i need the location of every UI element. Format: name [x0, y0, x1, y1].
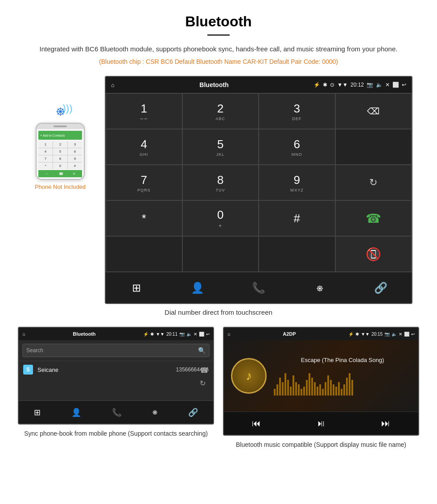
pb-close-icon[interactable]: ✕: [194, 332, 197, 337]
page-container: Bluetooth Integrated with BC6 Bluetooth …: [0, 0, 437, 468]
time-display: 20:12: [350, 82, 364, 88]
phone-keypad: 1 2 3 4 5 6 7 8 9 * 0 #: [38, 141, 82, 169]
music-back-icon[interactable]: ↩: [411, 332, 415, 337]
pb-back-icon[interactable]: ↩: [206, 332, 210, 337]
music-bars: [274, 369, 411, 396]
dial-call-red[interactable]: 📵: [335, 236, 412, 272]
music-close-icon[interactable]: ✕: [399, 332, 402, 337]
dial-key-1[interactable]: 1 ∾∾: [106, 93, 182, 129]
pb-camera-icon: 📷: [179, 332, 185, 337]
music-viz: Escape (The Pina Colada Song): [274, 357, 411, 396]
home-icon[interactable]: ⌂: [111, 82, 115, 88]
dial-key-3[interactable]: 3 DEF: [259, 93, 335, 129]
phone-top-bar: [37, 124, 84, 129]
dial-refresh[interactable]: ↻: [335, 165, 412, 200]
music-item: ⌂ A2DP ⚡ ✱ ▼▼ 20:15 📷 🔈 ✕ ⬜ ↩: [223, 327, 419, 450]
phone-key-3: 3: [68, 141, 82, 148]
bottom-row: ⌂ Bluetooth ⚡ ✱ ▼▼ 20:11 📷 🔈 ✕ ⬜ ↩: [18, 327, 419, 450]
pb-status-center: Bluetooth: [73, 331, 95, 337]
dial-key-hash[interactable]: #: [259, 200, 335, 236]
car-btn-grid[interactable]: ⊞: [125, 277, 148, 299]
phone-side: ⎈ ))) + Add to Contacts 1 2 3 4 5: [25, 76, 96, 190]
car-btn-contacts[interactable]: 👤: [186, 277, 209, 299]
skip-back-button[interactable]: ⏮: [252, 418, 261, 429]
music-bt-icon: ✱: [355, 332, 359, 337]
car-btn-bluetooth[interactable]: ⎈: [309, 277, 331, 299]
pb-right-refresh-icon[interactable]: ↻: [200, 379, 209, 387]
bt-status-icon: ✱: [323, 82, 327, 88]
pb-signal-icon: ▼▼: [156, 332, 165, 337]
car-btn-phone[interactable]: 📞: [247, 277, 270, 299]
music-time: 20:15: [371, 332, 383, 337]
phone-key-2: 2: [53, 141, 67, 148]
phone-key-hash: #: [68, 162, 82, 169]
main-screenshot-row: ⎈ ))) + Add to Contacts 1 2 3 4 5: [18, 76, 419, 304]
skip-forward-button[interactable]: ⏭: [381, 418, 390, 429]
dial-key-4[interactable]: 4 GHI: [106, 129, 182, 165]
phone-key-4: 4: [38, 148, 53, 155]
camera-icon: 📷: [367, 82, 373, 88]
dial-backspace[interactable]: ⌫: [335, 93, 412, 129]
dial-key-6[interactable]: 6 MNO: [259, 129, 335, 165]
pb-volume-icon: 🔈: [186, 332, 192, 337]
usb-icon: ⚡: [313, 82, 320, 88]
play-pause-button[interactable]: ⏯: [317, 418, 326, 429]
pb-contact-name: Seicane: [37, 367, 176, 373]
pb-right-icons: ☎ ↻: [200, 366, 209, 387]
pb-search-icon[interactable]: 🔍: [198, 347, 206, 354]
pb-grid-icon[interactable]: ⊞: [34, 408, 41, 417]
pb-phone-icon[interactable]: 📞: [112, 408, 122, 417]
status-center-label: Bluetooth: [199, 81, 228, 88]
back-icon[interactable]: ↩: [402, 82, 406, 88]
music-window-icon[interactable]: ⬜: [404, 332, 409, 337]
pb-time: 20:11: [166, 332, 177, 337]
music-status-center: A2DP: [283, 331, 296, 337]
pb-bt-icon: ✱: [150, 332, 154, 337]
phone-not-included-label: Phone Not Included: [35, 183, 86, 190]
location-icon: ⊙: [330, 82, 334, 88]
pb-content: Search 🔍 S Seicane 13566664466 ☎ ↻: [19, 344, 213, 400]
dial-key-7[interactable]: 7 PQRS: [106, 165, 182, 200]
dial-key-8[interactable]: 8 TUV: [182, 165, 259, 200]
pb-right-phone-icon[interactable]: ☎: [200, 366, 209, 375]
status-right: ⚡ ✱ ⊙ ▼▼ 20:12 📷 🔈 ✕ ⬜ ↩: [313, 82, 406, 88]
pb-status-left: ⌂: [22, 331, 25, 337]
bluetooth-icon-area: ⎈ ))): [56, 103, 65, 119]
status-left: ⌂: [111, 82, 115, 88]
pb-window-icon[interactable]: ⬜: [199, 332, 204, 337]
music-status-left: ⌂: [227, 331, 231, 337]
music-song-title: Escape (The Pina Colada Song): [274, 357, 411, 363]
pb-link-icon[interactable]: 🔗: [188, 408, 198, 417]
dial-empty-4: [259, 236, 335, 272]
car-screen-dialpad: ⌂ Bluetooth ⚡ ✱ ⊙ ▼▼ 20:12 📷 🔈 ✕ ⬜ ↩: [105, 76, 412, 304]
music-camera-icon: 📷: [384, 332, 390, 337]
dial-key-2[interactable]: 2 ABC: [182, 93, 259, 129]
dial-key-star[interactable]: *: [106, 200, 182, 236]
phonebook-screen: ⌂ Bluetooth ⚡ ✱ ▼▼ 20:11 📷 🔈 ✕ ⬜ ↩: [18, 327, 214, 425]
phone-key-1: 1: [38, 141, 53, 148]
music-home-icon[interactable]: ⌂: [227, 331, 231, 337]
dial-key-5[interactable]: 5 JKL: [182, 129, 259, 165]
bluetooth-specs: (Bluetooth chip : CSR BC6 Default Blueto…: [18, 58, 419, 65]
music-caption: Bluetooth music compatible (Support disp…: [236, 440, 406, 450]
close-icon[interactable]: ✕: [385, 82, 390, 88]
music-status-bar: ⌂ A2DP ⚡ ✱ ▼▼ 20:15 📷 🔈 ✕ ⬜ ↩: [224, 328, 418, 340]
music-album-art: ♪: [231, 358, 267, 394]
music-controls: ⏮ ⏯ ⏭: [224, 412, 418, 435]
phone-key-0: 0: [53, 162, 67, 169]
pb-person-icon[interactable]: 👤: [71, 408, 81, 417]
music-screen: ⌂ A2DP ⚡ ✱ ▼▼ 20:15 📷 🔈 ✕ ⬜ ↩: [223, 327, 419, 436]
pb-home-icon[interactable]: ⌂: [22, 331, 25, 337]
phone-call-icon: ☎: [59, 172, 63, 176]
window-icon[interactable]: ⬜: [392, 82, 399, 88]
car-btn-link[interactable]: 🔗: [370, 277, 392, 299]
pb-contact-letter: S: [23, 365, 33, 375]
pb-bluetooth-icon[interactable]: ⎈: [153, 408, 157, 417]
dial-key-0[interactable]: 0 +: [182, 200, 259, 236]
pb-search-bar[interactable]: Search 🔍: [22, 344, 210, 357]
pb-contact-row[interactable]: S Seicane 13566664466: [19, 361, 213, 378]
car-status-bar: ⌂ Bluetooth ⚡ ✱ ⊙ ▼▼ 20:12 📷 🔈 ✕ ⬜ ↩: [106, 77, 412, 93]
dial-call-green[interactable]: ☎: [335, 200, 412, 236]
dial-key-9[interactable]: 9 WXYZ: [259, 165, 335, 200]
phone-bottom-bar: ← ☎ ≡: [38, 170, 82, 177]
